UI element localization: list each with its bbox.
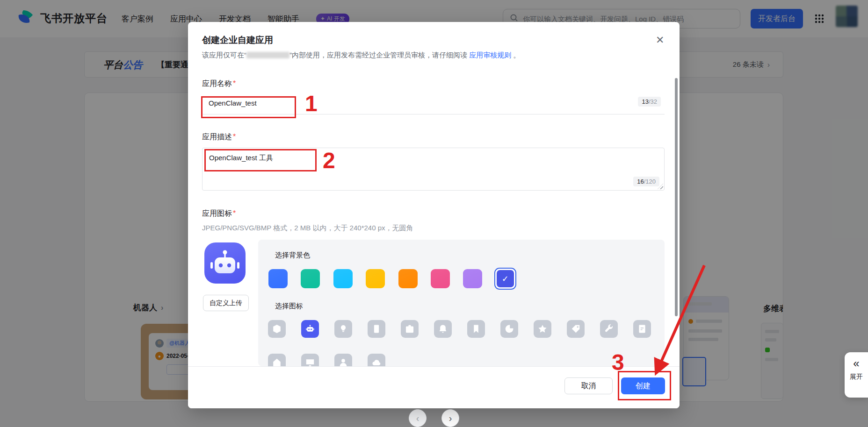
robot-icon [204,242,246,284]
app-desc-label: 应用描述* [202,132,236,142]
bookmark-icon [471,324,481,334]
app-desc-counter: 16/120 [633,177,659,186]
bg-color-orange[interactable] [398,269,418,288]
bell-icon [438,324,448,334]
bg-color-label: 选择背景色 [275,251,310,260]
bg-color-purple[interactable] [463,269,482,288]
icon-option-tag[interactable] [567,320,585,338]
tag-icon [571,324,581,334]
double-chevron-left-icon: « [853,358,859,369]
carousel-next-button[interactable]: › [441,409,459,427]
annotation-box-1 [201,96,296,118]
icon-option-star[interactable] [534,320,551,338]
expand-label: 展开 [850,373,863,381]
app-name-counter: 13/32 [638,97,661,107]
bg-color-rose[interactable] [431,269,450,288]
pie-chart-icon [504,324,514,334]
icon-choice-label: 选择图标 [275,302,303,311]
icon-option-briefcase[interactable] [401,320,419,338]
icon-option-mobile[interactable] [368,320,385,338]
bg-color-blue[interactable] [268,269,288,288]
carousel-prev-button[interactable]: ‹ [409,409,427,427]
annotation-number-1: 1 [305,93,318,115]
robot-icon [305,324,315,334]
icon-option-pie-chart[interactable] [500,320,518,338]
create-app-modal: 创建企业自建应用 ✕ 该应用仅可在“”内部使用，应用发布需经过企业管理员审核，请… [188,22,680,408]
custom-upload-button[interactable]: 自定义上传 [203,295,249,311]
modal-title: 创建企业自建应用 [202,34,273,46]
cancel-button[interactable]: 取消 [564,377,613,394]
icon-selection-panel: 选择背景色 ✓ 选择图标 [258,240,665,366]
close-icon[interactable]: ✕ [656,35,664,45]
icon-option-robot[interactable] [301,320,319,338]
annotation-number-2: 2 [323,149,335,172]
modal-scrollbar[interactable] [675,78,678,316]
check-icon: ✓ [497,270,514,287]
page: 飞书开放平台 客户案例 应用中心 开发文档 智能助手 ✦AI 开发 开发者后台 [0,0,868,427]
modal-description: 该应用仅可在“”内部使用，应用发布需经过企业管理员审核，请仔细阅读 应用审核规则… [202,51,520,60]
icon-option-document[interactable] [633,320,651,338]
bg-color-green[interactable] [301,269,320,288]
wrench-icon [604,324,614,334]
icon-option-wrench[interactable] [600,320,618,338]
icon-format-hint: JPEG/PNG/SVG/BMP 格式，2 MB 以内，大于 240*240 p… [202,224,413,233]
cube-icon [272,324,282,334]
app-icon-label: 应用图标* [202,209,236,219]
icon-option-bookmark[interactable] [467,320,485,338]
document-icon [637,324,647,334]
lightbulb-icon [338,324,348,334]
annotation-box-2 [204,149,317,171]
review-rules-link[interactable]: 应用审核规则 [469,51,511,59]
icon-option-cube[interactable] [268,320,286,338]
briefcase-icon [405,324,415,334]
app-icon-preview [204,242,246,284]
app-name-label: 应用名称* [202,79,236,89]
icon-option-bell[interactable] [434,320,452,338]
annotation-box-3 [618,371,671,400]
bg-color-amber[interactable] [366,269,385,288]
icon-option-lightbulb[interactable] [334,320,352,338]
mobile-icon [371,324,382,334]
modal-footer: 取消 创建 [188,366,680,408]
redacted-org-name [246,52,289,58]
expand-panel[interactable]: « 展开 [845,352,868,398]
bg-color-indigo[interactable]: ✓ [494,268,516,290]
bg-color-sky[interactable] [333,269,353,288]
annotation-number-3: 3 [612,351,624,374]
star-icon [537,324,548,334]
